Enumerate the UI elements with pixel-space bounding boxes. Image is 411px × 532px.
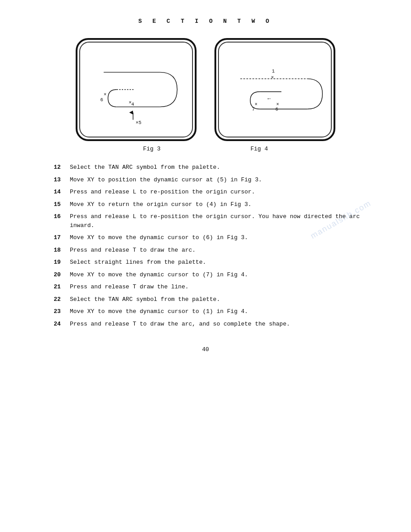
instruction-row: 12Select the TAN ARC symbol from the pal…: [54, 163, 375, 172]
svg-text:←: ←: [268, 96, 271, 102]
instruction-text: Move XY to return the origin cursor to (…: [70, 200, 375, 209]
svg-text:×: ×: [104, 92, 107, 97]
instruction-text: Press and release L to re-position the o…: [70, 212, 375, 230]
instruction-text: Move XY to position the dynamic cursor a…: [70, 176, 375, 184]
svg-text:7: 7: [252, 107, 255, 112]
svg-text:×: ×: [276, 102, 279, 107]
instruction-row: 16Press and release L to re-position the…: [54, 212, 375, 230]
instruction-row: 23Move XY to move the dynamic cursor to …: [54, 307, 375, 316]
instruction-row: 21Press and release T draw the line.: [54, 283, 375, 292]
instruction-row: 22Select the TAN ARC symbol from the pal…: [54, 295, 375, 304]
instruction-text: Press and release T to draw the arc.: [70, 246, 375, 255]
instruction-row: 14Press and release L to re-position the…: [54, 188, 375, 197]
instruction-row: 20Move XY to move the dynamic cursor to …: [54, 270, 375, 279]
instruction-number: 14: [54, 188, 70, 197]
instruction-text: Press and release T draw the line.: [70, 283, 375, 292]
instruction-row: 13Move XY to position the dynamic cursor…: [54, 176, 375, 184]
fig4-label: Fig 4: [241, 146, 277, 152]
section-header: S E C T I O N T W O: [36, 18, 375, 25]
instruction-text: Press and release T to draw the arc, and…: [70, 320, 375, 329]
svg-text:×5: ×5: [136, 120, 141, 125]
figure-4: 1 × ← × 7 × 6: [214, 38, 335, 141]
instruction-row: 24Press and release T to draw the arc, a…: [54, 320, 375, 329]
instruction-number: 13: [54, 176, 70, 184]
instruction-number: 23: [54, 307, 70, 316]
instruction-text: Move XY to move the dynamic cursor to (7…: [70, 270, 375, 279]
figures-row: × 6 × 4 ×5: [36, 38, 375, 141]
page: S E C T I O N T W O × 6 ×: [0, 0, 411, 532]
svg-text:4: 4: [131, 102, 134, 107]
svg-text:×: ×: [255, 102, 257, 107]
page-number: 40: [36, 346, 375, 353]
svg-text:1: 1: [272, 69, 274, 74]
instruction-number: 16: [54, 212, 70, 230]
instruction-number: 22: [54, 295, 70, 304]
instruction-number: 21: [54, 283, 70, 292]
svg-text:6: 6: [275, 107, 278, 112]
instruction-number: 17: [54, 233, 70, 242]
instruction-number: 24: [54, 320, 70, 329]
instruction-row: 19Select straight lines from the palette…: [54, 258, 375, 267]
svg-text:×: ×: [271, 75, 274, 80]
instruction-text: Press and release L to re-position the o…: [70, 188, 375, 197]
instruction-text: Move XY to move the dynamic cursor to (6…: [70, 233, 375, 242]
instruction-number: 19: [54, 258, 70, 267]
instruction-number: 20: [54, 270, 70, 279]
instruction-text: Move XY to move the dynamic cursor to (1…: [70, 307, 375, 316]
instruction-number: 18: [54, 246, 70, 255]
instruction-row: 18Press and release T to draw the arc.: [54, 246, 375, 255]
instruction-row: 15Move XY to return the origin cursor to…: [54, 200, 375, 209]
fig-labels: Fig 3 Fig 4: [36, 146, 375, 152]
figure-3: × 6 × 4 ×5: [76, 38, 197, 141]
instruction-number: 12: [54, 163, 70, 172]
svg-text:6: 6: [100, 97, 103, 103]
instruction-text: Select the TAN ARC symbol from the palet…: [70, 295, 375, 304]
instructions-list: 12Select the TAN ARC symbol from the pal…: [54, 163, 375, 328]
fig3-label: Fig 3: [134, 146, 170, 152]
instruction-number: 15: [54, 200, 70, 209]
instruction-text: Select straight lines from the palette.: [70, 258, 375, 267]
instruction-row: 17Move XY to move the dynamic cursor to …: [54, 233, 375, 242]
instruction-text: Select the TAN ARC symbol from the palet…: [70, 163, 375, 172]
